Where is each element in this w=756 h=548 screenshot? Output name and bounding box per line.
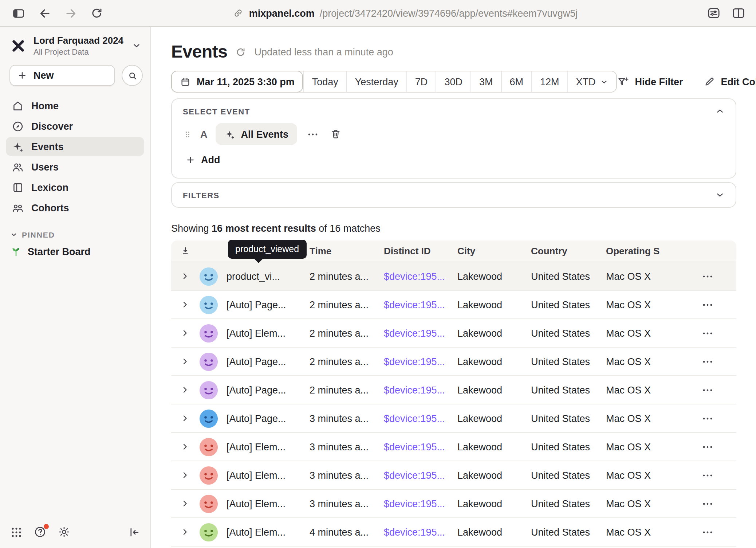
distinct-id-link[interactable]: $device:195... — [384, 328, 445, 338]
expand-row-icon[interactable] — [181, 471, 189, 480]
row-more-icon[interactable] — [701, 270, 714, 282]
new-button[interactable]: New — [9, 65, 115, 86]
event-name[interactable]: [Auto] Page... — [227, 384, 310, 395]
refresh-icon[interactable] — [236, 46, 247, 57]
column-header-os[interactable]: Operating S — [606, 246, 678, 257]
range-30d[interactable]: 30D — [436, 71, 470, 92]
chevron-up-icon[interactable] — [715, 106, 725, 116]
row-more-icon[interactable] — [701, 469, 714, 481]
expand-row-icon[interactable] — [181, 414, 189, 423]
expand-row-icon[interactable] — [181, 499, 189, 508]
row-more-icon[interactable] — [701, 497, 714, 510]
row-more-icon[interactable] — [701, 412, 714, 424]
row-more-icon[interactable] — [701, 441, 714, 453]
table-row[interactable]: [Auto] Elem... 4 minutes a... $device:19… — [171, 518, 736, 547]
column-header-distinct-id[interactable]: Distinct ID — [384, 246, 457, 257]
sidebar-item-users[interactable]: Users — [6, 157, 144, 176]
forward-icon[interactable] — [64, 6, 78, 20]
distinct-id-link[interactable]: $device:195... — [384, 271, 445, 282]
chevron-down-icon[interactable] — [715, 190, 725, 200]
event-name[interactable]: [Auto] Elem... — [227, 498, 310, 509]
sidebar-item-cohorts[interactable]: Cohorts — [6, 198, 144, 217]
pin-icon[interactable] — [180, 246, 190, 257]
distinct-id-link[interactable]: $device:195... — [384, 356, 445, 367]
distinct-id-link[interactable]: $device:195... — [384, 384, 445, 395]
distinct-id-link[interactable]: $device:195... — [384, 527, 445, 537]
sidebar-item-home[interactable]: Home — [6, 96, 144, 115]
sidebar-item-starter-board[interactable]: Starter Board — [0, 239, 150, 257]
gear-icon[interactable] — [58, 525, 71, 539]
back-icon[interactable] — [38, 6, 52, 20]
sidebar-item-discover[interactable]: Discover — [6, 117, 144, 136]
split-view-icon[interactable] — [731, 6, 746, 20]
column-header-country[interactable]: Country — [531, 246, 606, 257]
row-more-icon[interactable] — [701, 384, 714, 396]
expand-row-icon[interactable] — [181, 528, 189, 536]
event-name[interactable]: [Auto] Elem... — [227, 328, 310, 338]
row-more-icon[interactable] — [701, 526, 714, 538]
table-row[interactable]: [Auto] Elem... 2 minutes a... $device:19… — [171, 319, 736, 348]
event-name[interactable]: product_vi... — [227, 271, 310, 282]
add-event-button[interactable]: Add — [183, 153, 223, 167]
workspace-switcher[interactable]: Lord Farquaad 2024 All Project Data — [0, 27, 150, 62]
range-today[interactable]: Today — [303, 71, 346, 92]
expand-row-icon[interactable] — [181, 272, 189, 281]
range-6m[interactable]: 6M — [501, 71, 531, 92]
event-name[interactable]: [Auto] Page... — [227, 413, 310, 424]
table-row[interactable]: [Auto] Elem... 3 minutes a... $device:19… — [171, 490, 736, 518]
event-name[interactable]: [Auto] Elem... — [227, 470, 310, 481]
expand-row-icon[interactable] — [181, 385, 189, 394]
row-more-icon[interactable] — [701, 327, 714, 339]
event-name[interactable]: [Auto] Page... — [227, 356, 310, 367]
distinct-id-link[interactable]: $device:195... — [384, 498, 445, 509]
column-header-city[interactable]: City — [457, 246, 531, 257]
distinct-id-link[interactable]: $device:195... — [384, 470, 445, 481]
table-row[interactable]: [Auto] Elem... 4 minutes a... $device:19… — [171, 547, 736, 548]
table-row[interactable]: product_vi... 2 minutes a... $device:195… — [171, 262, 736, 291]
table-row[interactable]: [Auto] Page... 2 minutes a... $device:19… — [171, 291, 736, 319]
distinct-id-link[interactable]: $device:195... — [384, 299, 445, 310]
distinct-id-link[interactable]: $device:195... — [384, 441, 445, 452]
expand-row-icon[interactable] — [181, 300, 189, 309]
table-row[interactable]: [Auto] Elem... 3 minutes a... $device:19… — [171, 433, 736, 461]
drag-handle-icon[interactable] — [183, 129, 192, 140]
expand-row-icon[interactable] — [181, 442, 189, 451]
delete-icon[interactable] — [328, 127, 343, 141]
pinned-section-header[interactable]: PINNED — [0, 230, 150, 239]
url-bar[interactable]: mixpanel.com/project/3472420/view/397469… — [103, 7, 706, 19]
hide-filter-button[interactable]: Hide Filter — [617, 75, 683, 88]
table-row[interactable]: [Auto] Page... 3 minutes a... $device:19… — [171, 404, 736, 433]
more-options-icon[interactable] — [305, 126, 320, 142]
range-yesterday[interactable]: Yesterday — [346, 71, 406, 92]
table-row[interactable]: [Auto] Page... 2 minutes a... $device:19… — [171, 348, 736, 376]
date-picker-button[interactable]: Mar 11, 2025 3:30 pm — [171, 71, 303, 93]
row-more-icon[interactable] — [701, 298, 714, 311]
row-more-icon[interactable] — [701, 355, 714, 368]
search-button[interactable] — [122, 65, 143, 86]
updated-status: Updated less than a minute ago — [255, 46, 393, 57]
sidebar-item-events[interactable]: Events — [6, 137, 144, 156]
sidebar-item-lexicon[interactable]: Lexicon — [6, 178, 144, 197]
range-3m[interactable]: 3M — [470, 71, 501, 92]
event-name[interactable]: [Auto] Elem... — [227, 441, 310, 452]
expand-row-icon[interactable] — [181, 357, 189, 366]
table-row[interactable]: [Auto] Page... 2 minutes a... $device:19… — [171, 376, 736, 404]
collapse-sidebar-icon[interactable] — [128, 526, 141, 538]
filters-card[interactable]: FILTERS — [171, 182, 736, 208]
sidebar-item-label: Users — [31, 161, 59, 172]
table-row[interactable]: [Auto] Elem... 3 minutes a... $device:19… — [171, 461, 736, 490]
distinct-id-link[interactable]: $device:195... — [384, 413, 445, 424]
edit-columns-button[interactable]: Edit Columns · 6 — [704, 76, 756, 87]
expand-row-icon[interactable] — [181, 329, 189, 337]
sidebar-toggle-icon[interactable] — [12, 6, 25, 20]
apps-grid-icon[interactable] — [10, 526, 23, 538]
event-selector-chip[interactable]: All Events — [216, 123, 298, 145]
column-header-time[interactable]: Time — [310, 246, 384, 257]
range-12m[interactable]: 12M — [531, 71, 567, 92]
range-xtd[interactable]: XTD — [567, 71, 616, 92]
event-name[interactable]: [Auto] Elem... — [227, 527, 310, 537]
page-settings-icon[interactable] — [706, 6, 721, 20]
event-name[interactable]: [Auto] Page... — [227, 299, 310, 310]
reload-icon[interactable] — [90, 7, 103, 20]
range-7d[interactable]: 7D — [406, 71, 436, 92]
